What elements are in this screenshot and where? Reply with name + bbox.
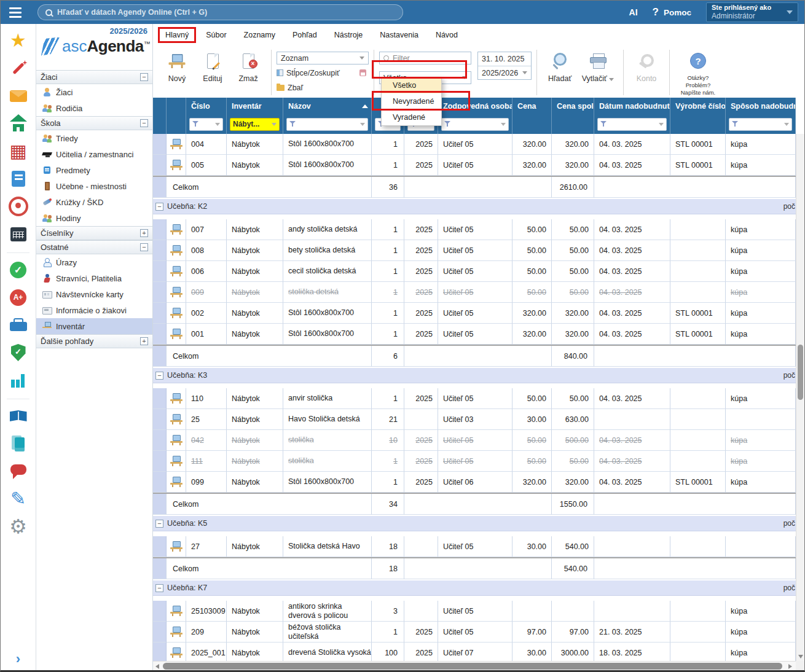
- mail-icon[interactable]: [8, 87, 29, 105]
- expand-icon[interactable]: +: [140, 229, 148, 237]
- table-row[interactable]: 005NábytokStôl 1600x800x70012025Učiteľ 0…: [153, 155, 796, 176]
- column-header-cislo[interactable]: Číslo: [186, 98, 227, 114]
- print-button[interactable]: Vytlačiť: [578, 47, 618, 98]
- table-row[interactable]: 007Nábytokandy stolička detská12025Učite…: [153, 219, 796, 240]
- horizontal-scroll-thumb[interactable]: [163, 663, 782, 670]
- vertical-scroll-thumb[interactable]: [798, 345, 803, 400]
- sidebar-item-stravnici-platitelia[interactable]: Stravníci, Platitelia: [36, 270, 152, 286]
- columns-group-button[interactable]: Stĺpce/Zoskupiť: [277, 66, 369, 79]
- sidebar-item-inventar[interactable]: Inventár: [36, 318, 152, 334]
- sidebar-item-informacie-o-ziakovi[interactable]: Informácie o žiakovi: [36, 302, 152, 318]
- expand-sidebar-icon[interactable]: ›: [1, 652, 36, 666]
- table-row[interactable]: 004NábytokStôl 1600x800x70012025Učiteľ 0…: [153, 134, 796, 155]
- hamburger-menu-icon[interactable]: [9, 5, 28, 20]
- magic-wand-icon[interactable]: [8, 59, 29, 77]
- search-button[interactable]: Hľadať: [542, 47, 578, 98]
- documents-icon[interactable]: [8, 434, 29, 453]
- sidebar-item-urazy[interactable]: Úrazy: [36, 254, 152, 270]
- table-row[interactable]: 27NábytokStolička detská Havo18Učiteľ 05…: [153, 536, 796, 557]
- scope-option-vyradené[interactable]: Vyradené: [382, 109, 441, 125]
- table-row[interactable]: 002NábytokStôl 1600x800x70012025Učiteľ 0…: [153, 303, 796, 324]
- sidebar-item-ziaci[interactable]: Žiaci: [36, 84, 152, 100]
- scope-option-všetko[interactable]: Všetko: [382, 77, 441, 93]
- collapse-group-icon[interactable]: −: [155, 372, 163, 380]
- sidebar-item-hodiny[interactable]: Hodiny: [36, 210, 152, 226]
- column-header-inventar[interactable]: Inventár: [227, 98, 283, 114]
- settings-gear-icon[interactable]: [8, 517, 29, 536]
- table-row[interactable]: 111Nábytokstolička12025Učiteľ 0550.0050.…: [153, 451, 796, 472]
- ai-button[interactable]: AI: [629, 7, 638, 17]
- scroll-left-icon[interactable]: [155, 664, 159, 669]
- sidebar-section-ciselniky[interactable]: Číselníky+: [36, 226, 152, 240]
- table-row[interactable]: 008Nábytokbety stolička detská12025Učite…: [153, 240, 796, 261]
- filter-search[interactable]: [379, 52, 471, 64]
- group-header-row[interactable]: −Učebňa: K5poč: [153, 516, 796, 531]
- grades-icon[interactable]: [8, 288, 29, 307]
- column-header-datum[interactable]: Dátum nadobudnutia: [594, 98, 670, 114]
- table-row[interactable]: 099NábytokStôl 1600x800x70012025Učiteľ 0…: [153, 472, 796, 493]
- filter-dropdown-osoba[interactable]: [441, 118, 509, 131]
- edit-button[interactable]: Edituj: [195, 47, 230, 98]
- table-row[interactable]: 006Nábytokcecil stolička detská12025Učit…: [153, 261, 796, 282]
- table-row[interactable]: 25NábytokHavo Stolička detská21Učiteľ 03…: [153, 409, 796, 430]
- column-header-cena_spolu[interactable]: Cena spolu: [552, 98, 594, 114]
- global-search[interactable]: [37, 4, 403, 20]
- favorites-star-icon[interactable]: [8, 31, 29, 50]
- menu-navod[interactable]: Návod: [427, 29, 466, 41]
- menu-hlavny[interactable]: Hlavný: [158, 27, 196, 43]
- scroll-down-icon[interactable]: [798, 655, 803, 658]
- table-row[interactable]: 110Nábytokanvir stolička12025Učiteľ 0550…: [153, 388, 796, 409]
- group-header-row[interactable]: −Učebňa: K7poč: [153, 580, 796, 596]
- column-header-sposob[interactable]: Spôsob nadobudnutia: [726, 98, 796, 114]
- table-row[interactable]: 001NábytokStôl 1600x800x70012025Učiteľ 0…: [153, 324, 796, 345]
- statistics-icon[interactable]: [8, 371, 29, 389]
- menu-nastavenia[interactable]: Nastavenia: [371, 29, 427, 41]
- sidebar-item-predmety[interactable]: Predmety: [36, 162, 152, 178]
- collapse-button[interactable]: Zbaľ: [277, 81, 369, 94]
- date-field[interactable]: 31. 10. 2025: [478, 52, 531, 66]
- collapse-icon[interactable]: −: [140, 73, 148, 81]
- new-button[interactable]: Nový: [159, 47, 195, 98]
- year-select[interactable]: 2025/2026: [478, 66, 531, 79]
- user-menu[interactable]: Ste prihlásený ako Administrátor: [706, 2, 798, 22]
- table-row[interactable]: 042Nábytokstolička102025Učiteľ 0550.0050…: [153, 430, 796, 451]
- table-row[interactable]: 2025_001Nábytokdrevená Stolička vysoká10…: [153, 643, 796, 661]
- column-header-osoba[interactable]: Zodpovedná osoba: [438, 98, 512, 114]
- menu-subor[interactable]: Súbor: [197, 29, 235, 41]
- column-header-vyrobne[interactable]: Výrobné číslo: [670, 98, 726, 114]
- scope-option-nevyradené[interactable]: Nevyradené: [382, 93, 441, 109]
- contact-support-button[interactable]: ? Otázky?Problém?Napíšte nám.: [675, 47, 721, 98]
- sidebar-item-rodicia[interactable]: Rodičia: [36, 100, 152, 116]
- delete-button[interactable]: × Zmaž: [230, 47, 266, 98]
- vertical-scrollbar[interactable]: [796, 134, 804, 661]
- briefcase-icon[interactable]: [8, 316, 29, 334]
- collapse-icon[interactable]: −: [140, 119, 148, 127]
- filter-dropdown-nazov[interactable]: [286, 118, 368, 131]
- collapse-icon[interactable]: −: [140, 243, 148, 251]
- library-icon[interactable]: [8, 407, 29, 425]
- collapse-group-icon[interactable]: −: [155, 584, 163, 592]
- sidebar-item-triedy[interactable]: Triedy: [36, 130, 152, 146]
- attendance-check-icon[interactable]: [8, 260, 29, 279]
- sidebar-section-ostatne[interactable]: Ostatné−: [36, 240, 152, 254]
- table-row[interactable]: 209Nábytokbéžová stolička učiteľská12025…: [153, 622, 796, 643]
- messages-icon[interactable]: [8, 462, 29, 480]
- filter-dropdown-datum[interactable]: [597, 118, 667, 131]
- scroll-right-icon[interactable]: [788, 664, 792, 669]
- shield-check-icon[interactable]: [8, 343, 29, 362]
- sidebar-section-ziaci[interactable]: Žiaci−: [36, 70, 152, 84]
- table-row[interactable]: 009Nábytokstolička detská12025Učiteľ 055…: [153, 282, 796, 303]
- global-search-input[interactable]: [57, 8, 395, 17]
- filter-search-input[interactable]: [393, 54, 467, 63]
- sort-ascending-icon[interactable]: [362, 104, 368, 108]
- save-layout-icon[interactable]: [359, 69, 366, 76]
- notebook-icon[interactable]: [8, 170, 29, 188]
- menu-pohlad[interactable]: Pohľad: [284, 29, 326, 41]
- column-header-cena[interactable]: Cena: [512, 98, 552, 114]
- sidebar-item-kruzky-skd[interactable]: Krúžky / ŠKD: [36, 194, 152, 210]
- sidebar-section-dalsie-pohlady[interactable]: Ďalšie pohľady+: [36, 334, 152, 348]
- sidebar-item-ucitelia-zamestnanci[interactable]: Učitelia / zamestnanci: [36, 146, 152, 162]
- group-header-row[interactable]: −Učebňa: K3poč: [153, 368, 796, 383]
- filter-dropdown-inventar[interactable]: Nábyt...: [230, 118, 280, 131]
- view-select[interactable]: Zoznam: [277, 52, 369, 64]
